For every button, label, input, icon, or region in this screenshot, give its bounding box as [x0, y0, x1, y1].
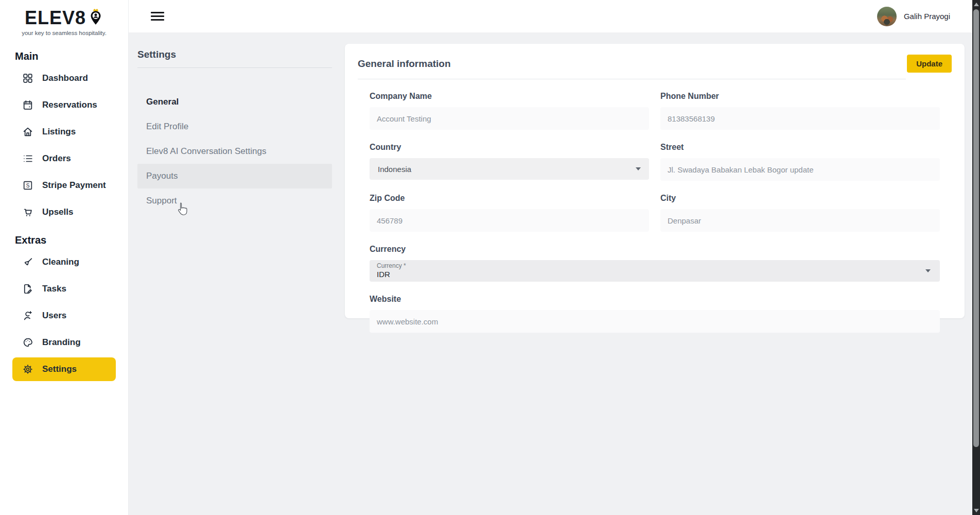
sidebar-item-label: Upsells	[42, 207, 73, 217]
sidebar-item-settings[interactable]: Settings	[12, 357, 116, 381]
settings-nav-item-general[interactable]: General	[137, 90, 332, 114]
sidebar-item-label: Reservations	[42, 100, 97, 110]
sidebar-item-label: Users	[42, 311, 66, 321]
phone-number-field[interactable]: 81383568139	[660, 107, 940, 130]
sidebar-item-label: Tasks	[42, 284, 66, 294]
user-plus-icon	[22, 310, 34, 322]
sidebar-item-label: Branding	[42, 337, 81, 348]
gear-icon	[22, 363, 34, 375]
settings-nav: Settings General Edit Profile Elev8 AI C…	[137, 49, 332, 213]
street-label: Street	[660, 143, 940, 152]
sidebar-item-dashboard[interactable]: Dashboard	[12, 66, 116, 90]
sidebar-item-label: Settings	[42, 364, 77, 374]
company-name-field[interactable]: Account Testing	[370, 107, 649, 130]
sidebar-item-orders[interactable]: Orders	[12, 147, 116, 170]
update-button[interactable]: Update	[907, 55, 952, 73]
website-field[interactable]: www.website.com	[370, 310, 940, 333]
card-title: General information	[358, 58, 451, 70]
sidebar-section-main: Main	[15, 50, 128, 62]
task-file-icon	[22, 283, 34, 295]
home-icon	[22, 126, 34, 138]
scroll-up-icon[interactable]	[974, 3, 979, 6]
currency-label: Currency	[370, 245, 940, 254]
menu-toggle-icon[interactable]	[151, 10, 164, 23]
scrollbar-thumb[interactable]	[973, 9, 979, 447]
sidebar-item-upsells[interactable]: Upsells	[12, 200, 116, 224]
svg-text:S: S	[26, 183, 30, 188]
sidebar-item-label: Stripe Payment	[42, 180, 106, 191]
main-content: Settings General Edit Profile Elev8 AI C…	[129, 32, 972, 515]
sidebar-item-users[interactable]: Users	[12, 304, 116, 328]
sidebar-item-cleaning[interactable]: Cleaning	[12, 250, 116, 274]
broom-icon	[22, 256, 34, 268]
chevron-down-icon	[925, 269, 931, 272]
sidebar-item-label: Listings	[42, 127, 76, 137]
settings-nav-item-edit-profile[interactable]: Edit Profile	[137, 114, 332, 139]
top-bar: Galih Prayogi	[129, 0, 972, 32]
avatar	[877, 7, 897, 26]
zip-code-label: Zip Code	[370, 194, 649, 203]
brand-tagline: your key to seamless hospitality.	[0, 30, 128, 36]
city-label: City	[660, 194, 940, 203]
palette-icon	[22, 336, 34, 349]
user-menu[interactable]: Galih Prayogi	[877, 7, 950, 26]
calendar-icon	[22, 99, 34, 111]
company-name-label: Company Name	[370, 92, 649, 101]
country-select[interactable]: Indonesia	[370, 158, 649, 180]
vertical-scrollbar[interactable]	[972, 0, 980, 515]
stripe-s-icon: S	[22, 179, 34, 192]
website-label: Website	[370, 295, 940, 304]
brand-logo: ELEV8	[0, 7, 128, 29]
settings-nav-item-support[interactable]: Support	[137, 188, 332, 213]
brand-pin-icon	[88, 7, 103, 29]
sidebar-item-stripe-payment[interactable]: S Stripe Payment	[12, 174, 116, 197]
sidebar-item-tasks[interactable]: Tasks	[12, 277, 116, 301]
sidebar-item-reservations[interactable]: Reservations	[12, 93, 116, 117]
brand-name: ELEV8	[25, 7, 86, 29]
sidebar-item-label: Cleaning	[42, 257, 79, 267]
user-name: Galih Prayogi	[904, 12, 950, 21]
country-value: Indonesia	[378, 165, 411, 174]
sidebar-item-branding[interactable]: Branding	[12, 331, 116, 354]
settings-nav-item-ai-conversation[interactable]: Elev8 AI Conversation Settings	[137, 139, 332, 164]
settings-nav-item-payouts[interactable]: Payouts	[137, 164, 332, 188]
sidebar-section-extras: Extras	[15, 234, 128, 246]
card-divider	[358, 79, 906, 79]
general-information-card: General information Update Company Name …	[345, 44, 965, 318]
dashboard-grid-icon	[22, 72, 34, 84]
sidebar-item-label: Orders	[42, 153, 71, 164]
sidebar: ELEV8 your key to seamless hospitality. …	[0, 0, 129, 515]
cart-icon	[22, 206, 34, 218]
currency-select[interactable]: Currency * IDR	[370, 260, 940, 282]
sidebar-item-listings[interactable]: Listings	[12, 120, 116, 144]
currency-inner-label: Currency *	[377, 263, 406, 270]
country-label: Country	[370, 143, 649, 152]
zip-code-field[interactable]: 456789	[370, 209, 649, 232]
scroll-down-icon[interactable]	[974, 509, 979, 512]
chevron-down-icon	[636, 167, 641, 170]
city-field[interactable]: Denpasar	[660, 209, 940, 232]
list-icon	[22, 152, 34, 165]
currency-value: IDR	[377, 270, 406, 279]
phone-number-label: Phone Number	[660, 92, 940, 101]
sidebar-item-label: Dashboard	[42, 73, 88, 83]
street-field[interactable]: Jl. Swadaya Babakan Lebak Bogor update	[660, 158, 940, 181]
settings-nav-title: Settings	[137, 49, 332, 68]
